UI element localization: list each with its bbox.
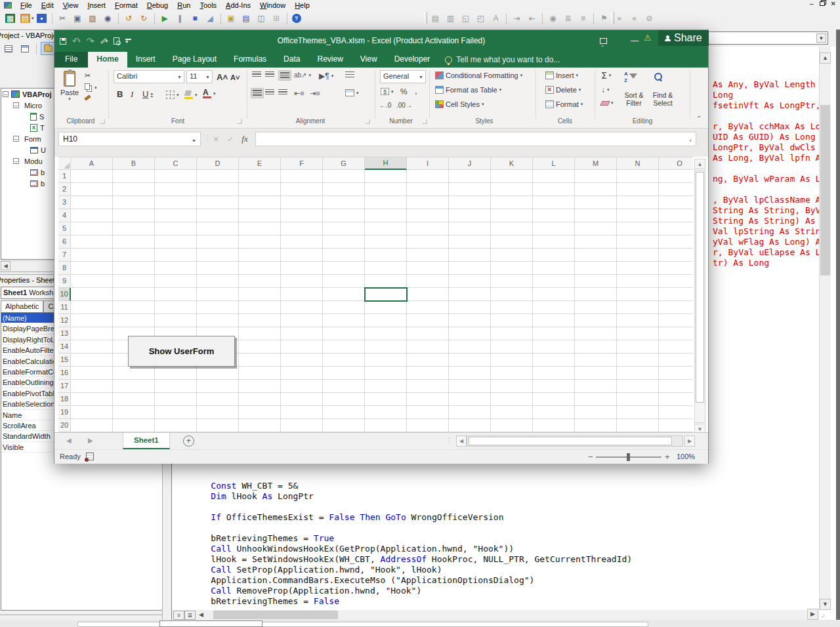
- copy-button[interactable]: ▾: [85, 83, 97, 92]
- enter-icon[interactable]: ✓: [224, 132, 237, 146]
- undo-icon[interactable]: ↺: [122, 12, 136, 25]
- property-row[interactable]: (Name): [1, 313, 54, 323]
- column-header-N[interactable]: N: [617, 157, 659, 170]
- decrease-indent-button[interactable]: ⇤≡: [294, 89, 304, 98]
- find-select-button[interactable]: Find & Select: [648, 91, 678, 107]
- tab-review[interactable]: Review: [308, 52, 351, 68]
- column-header-K[interactable]: K: [491, 157, 533, 170]
- scroll-up-icon[interactable]: ▲: [694, 159, 705, 169]
- property-row[interactable]: EnableOutlining: [1, 377, 54, 388]
- tab-insert[interactable]: Insert: [127, 52, 164, 68]
- redo-icon[interactable]: ↻: [137, 12, 151, 25]
- scroll-up-icon[interactable]: ▲: [820, 52, 831, 64]
- row-header-1[interactable]: 1: [58, 170, 71, 183]
- row-header-4[interactable]: 4: [58, 209, 71, 222]
- paste-icon[interactable]: ▨: [86, 12, 100, 25]
- prev-sheet-icon[interactable]: ◀: [66, 437, 72, 444]
- font-name-combobox[interactable]: Calibri▼: [114, 70, 184, 83]
- hscroll-thumb[interactable]: [469, 437, 672, 445]
- row-header-2[interactable]: 2: [58, 183, 71, 196]
- resize-grip[interactable]: ⣠: [821, 611, 830, 619]
- row-header-8[interactable]: 8: [58, 262, 71, 275]
- row-header-19[interactable]: 19: [58, 406, 71, 419]
- column-header-I[interactable]: I: [407, 157, 449, 170]
- tab-view[interactable]: View: [352, 52, 386, 68]
- alignment-dialog-launcher[interactable]: [366, 119, 370, 124]
- format-painter-button[interactable]: [85, 96, 91, 99]
- column-header-C[interactable]: C: [155, 157, 197, 170]
- next-sheet-icon[interactable]: ▶: [88, 437, 93, 444]
- tab-formulas[interactable]: Formulas: [225, 52, 275, 68]
- clear-button[interactable]: ▾: [601, 100, 614, 106]
- column-header-G[interactable]: G: [323, 157, 365, 170]
- property-row[interactable]: EnableFormatConditionsCalculation: [1, 367, 54, 377]
- clipboard-dialog-launcher[interactable]: [100, 119, 105, 124]
- tab-data[interactable]: Data: [275, 52, 308, 68]
- procedure-view-button[interactable]: ≡: [173, 611, 184, 620]
- align-center-button[interactable]: [265, 89, 274, 96]
- tab-home[interactable]: Home: [88, 52, 127, 68]
- accounting-format-button[interactable]: $▾: [381, 88, 394, 95]
- qat-ink-icon[interactable]: ▾: [100, 39, 108, 44]
- menu-format[interactable]: Format: [110, 1, 142, 9]
- autosum-button[interactable]: Σ▾: [601, 70, 611, 81]
- qat-undo-icon[interactable]: ↶▾: [72, 36, 80, 46]
- qat-save-icon[interactable]: [60, 38, 66, 45]
- property-row[interactable]: EnableSelection: [1, 399, 54, 409]
- row-header-11[interactable]: 11: [58, 301, 71, 314]
- sheet-vscrollbar[interactable]: ▲ ▼: [694, 159, 706, 434]
- code-vscrollbar[interactable]: ▲ ▼: [819, 47, 831, 610]
- select-all-corner[interactable]: [58, 157, 71, 170]
- vscroll-thumb[interactable]: [820, 105, 830, 275]
- middle-align-button[interactable]: [265, 71, 274, 78]
- find-icon[interactable]: ◉: [101, 12, 115, 25]
- vbe-restore-button[interactable]: [820, 1, 825, 6]
- property-row[interactable]: Visible: [1, 442, 54, 453]
- borders-button[interactable]: ▾: [166, 91, 179, 99]
- row-header-6[interactable]: 6: [58, 235, 71, 249]
- menu-view[interactable]: View: [58, 1, 83, 9]
- insert-function-icon[interactable]: fx: [238, 132, 251, 146]
- run-icon[interactable]: ▶: [158, 12, 172, 25]
- tab-file[interactable]: File: [54, 52, 88, 68]
- property-row[interactable]: ScrollArea: [1, 420, 54, 431]
- break-icon[interactable]: ∥: [173, 12, 187, 25]
- format-cells-button[interactable]: Format▾: [545, 100, 583, 108]
- row-header-3[interactable]: 3: [58, 196, 71, 209]
- vscroll-thumb[interactable]: [696, 172, 704, 403]
- column-header-B[interactable]: B: [113, 157, 155, 170]
- menu-debug[interactable]: Debug: [142, 1, 173, 9]
- column-header-E[interactable]: E: [239, 157, 281, 170]
- menu-insert[interactable]: Insert: [83, 1, 110, 9]
- bold-button[interactable]: B: [117, 89, 123, 99]
- excel-titlebar[interactable]: ↶▾↷▾▾ OfficeThemes_VBA.xlsm - Excel (Pro…: [54, 30, 708, 52]
- sort-filter-button[interactable]: Sort & Filter: [619, 91, 649, 107]
- format-as-table-button[interactable]: Format as Table▾: [435, 86, 501, 94]
- shrink-font-button[interactable]: A˅: [230, 73, 240, 81]
- qat-print-preview-icon[interactable]: [114, 37, 119, 45]
- column-header-O[interactable]: O: [659, 157, 693, 170]
- view-object-button[interactable]: [17, 42, 32, 55]
- fill-color-button[interactable]: ▾: [184, 91, 198, 99]
- font-size-combobox[interactable]: 11▼: [186, 70, 213, 83]
- cell-styles-button[interactable]: Cell Styles▾: [435, 100, 484, 108]
- formula-input[interactable]: ˅: [255, 132, 696, 146]
- qat-redo-icon[interactable]: ↷▾: [86, 36, 94, 46]
- vbe-close-button[interactable]: ✕: [831, 0, 836, 7]
- scroll-left-icon[interactable]: ◀: [196, 611, 207, 620]
- property-row[interactable]: EnableAutoFilter: [1, 345, 54, 355]
- column-header-A[interactable]: A: [71, 157, 113, 170]
- property-row[interactable]: StandardWidth: [1, 431, 54, 441]
- row-header-9[interactable]: 9: [58, 275, 71, 288]
- active-cell-H10[interactable]: [364, 287, 408, 302]
- column-header-F[interactable]: F: [281, 157, 323, 170]
- share-button[interactable]: Share: [658, 30, 709, 46]
- top-align-button[interactable]: [252, 71, 261, 78]
- row-header-5[interactable]: 5: [58, 222, 71, 235]
- property-row[interactable]: Name: [1, 410, 54, 420]
- merge-center-button[interactable]: ▾: [345, 89, 359, 96]
- row-header-16[interactable]: 16: [58, 367, 71, 380]
- row-header-12[interactable]: 12: [58, 314, 71, 327]
- excel-icon[interactable]: ▦: [5, 14, 15, 23]
- sheet-grid[interactable]: Show UserForm: [71, 170, 693, 432]
